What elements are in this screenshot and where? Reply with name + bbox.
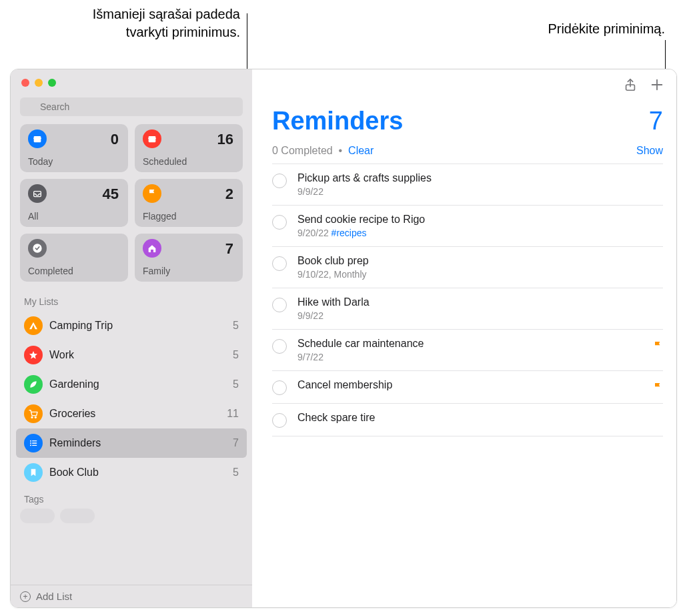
reminder-meta: 9/9/22 [297,186,663,197]
callout-add-reminder: Pridėkite priminimą. [548,20,665,38]
bookmark-icon [24,463,43,482]
smart-label: All [28,211,39,222]
tag-chip[interactable] [20,509,55,523]
smart-label: Family [143,266,170,276]
share-button[interactable] [623,77,638,92]
smart-count: 0 [111,131,119,148]
reminder-title: Check spare tire [297,412,663,424]
reminder-title: Send cookie recipe to Rigo [297,214,663,226]
add-reminder-button[interactable] [650,77,664,92]
separator-dot: • [335,145,348,156]
svg-marker-8 [29,351,37,359]
calendar-icon [28,129,47,148]
page-count: 7 [649,107,663,135]
svg-point-13 [30,444,31,446]
reminder-title: Book club prep [297,255,663,267]
list-label: Groceries [49,408,220,420]
reminder-meta: 9/9/22 [297,310,663,321]
smart-count: 45 [103,186,119,203]
house-icon [143,239,161,258]
search-input[interactable] [20,97,243,116]
list-item-work[interactable]: Work 5 [16,340,247,370]
tag-chip[interactable] [60,509,95,523]
reminder-row[interactable]: Check spare tire [272,403,663,436]
reminder-row[interactable]: Book club prep 9/10/22, Monthly [272,246,663,288]
smart-card-completed[interactable]: Completed [20,234,128,282]
reminder-checkbox[interactable] [272,298,287,312]
reminder-row[interactable]: Send cookie recipe to Rigo 9/20/22 #reci… [272,205,663,246]
smart-card-family[interactable]: 7 Family [135,234,243,282]
reminder-checkbox[interactable] [272,413,287,428]
main-panel: Reminders 7 0 Completed • Clear Show Pic… [252,69,676,607]
star-icon [24,346,43,364]
smart-label: Completed [28,266,73,276]
cart-icon [24,404,43,423]
list-item-gardening[interactable]: Gardening 5 [16,370,247,399]
list-item-camping-trip[interactable]: Camping Trip 5 [16,311,247,340]
svg-rect-4 [149,136,156,142]
smart-card-scheduled[interactable]: 16 Scheduled [135,124,243,172]
flag-icon [652,382,663,392]
list-item-groceries[interactable]: Groceries 11 [16,399,247,428]
smart-card-flagged[interactable]: 2 Flagged [135,179,243,227]
list-label: Reminders [49,437,226,449]
list-count: 11 [227,408,239,420]
section-header-tags: Tags [11,487,252,509]
reminder-tag[interactable]: #recipes [331,228,367,238]
reminder-row[interactable]: Hike with Darla 9/9/22 [272,288,663,329]
smart-count: 7 [225,240,233,258]
smart-lists-grid: 0 Today 16 Scheduled 45 All 2 Flagged Co… [11,124,252,290]
list-item-reminders[interactable]: Reminders 7 [16,428,247,458]
reminder-title: Pickup arts & crafts supplies [297,172,663,184]
tags-row [11,509,252,529]
list-count: 7 [233,437,239,449]
reminder-checkbox[interactable] [272,339,287,354]
tray-icon [28,184,47,203]
leaf-icon [24,375,43,394]
completed-label: 0 Completed [272,145,333,156]
callout-line [665,40,666,71]
smart-card-all[interactable]: 45 All [20,179,128,227]
svg-rect-2 [34,136,41,142]
toolbar [252,69,676,100]
smart-card-today[interactable]: 0 Today [20,124,128,172]
reminder-row[interactable]: Cancel membership [272,370,663,403]
clear-button[interactable]: Clear [348,145,374,156]
section-header-my-lists: My Lists [11,290,252,311]
list-count: 5 [233,349,239,361]
reminder-meta: 9/10/22, Monthly [297,269,663,280]
plus-circle-icon: + [20,591,31,602]
window-controls [11,69,252,93]
svg-point-11 [30,440,31,442]
reminder-row[interactable]: Pickup arts & crafts supplies 9/9/22 [272,164,663,205]
list-label: Gardening [49,378,226,390]
sidebar: 0 Today 16 Scheduled 45 All 2 Flagged Co… [11,69,252,607]
flag-icon [652,340,663,351]
smart-count: 16 [217,131,233,148]
check-icon [28,239,47,258]
minimize-button[interactable] [35,79,43,87]
reminder-meta: 9/20/22 #recipes [297,228,663,238]
calendar-icon [143,129,161,148]
callout-smart-lists: Išmanieji sąrašai padeda tvarkyti primin… [47,5,240,41]
completed-row: 0 Completed • Clear [272,145,374,157]
add-list-button[interactable]: + Add List [11,585,252,607]
show-button[interactable]: Show [636,145,663,157]
smart-label: Flagged [143,211,177,222]
reminder-row[interactable]: Schedule car maintenance 9/7/22 [272,329,663,370]
reminder-checkbox[interactable] [272,174,287,188]
app-window: 0 Today 16 Scheduled 45 All 2 Flagged Co… [10,69,677,608]
close-button[interactable] [21,79,29,87]
reminder-title: Schedule car maintenance [297,338,642,350]
reminder-checkbox[interactable] [272,256,287,271]
smart-count: 2 [225,186,233,203]
list-count: 5 [233,378,239,390]
reminder-checkbox[interactable] [272,380,287,395]
maximize-button[interactable] [48,79,56,87]
reminder-checkbox[interactable] [272,215,287,230]
add-list-label: Add List [36,591,72,602]
list-item-book-club[interactable]: Book Club 5 [16,458,247,487]
list-icon [24,434,43,452]
svg-point-9 [31,416,33,418]
my-lists: Camping Trip 5 Work 5 Gardening 5 Grocer… [11,311,252,487]
